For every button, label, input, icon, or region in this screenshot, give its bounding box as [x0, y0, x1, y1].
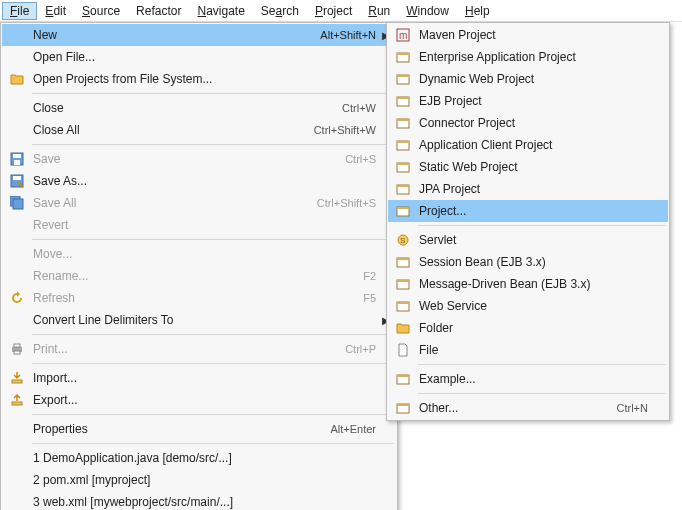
blank-icon	[8, 450, 26, 466]
menu-item-label: Enterprise Application Project	[412, 50, 652, 64]
mdb-icon	[394, 276, 412, 292]
menu-item-label: JPA Project	[412, 182, 652, 196]
new-submenu-item-servlet[interactable]: SServlet	[388, 229, 668, 251]
menubar: FileEditSourceRefactorNavigateSearchProj…	[0, 0, 682, 22]
new-submenu-item-ejb-project[interactable]: EJB Project	[388, 90, 668, 112]
file-menu-separator	[32, 239, 394, 240]
svg-rect-21	[397, 119, 409, 121]
new-submenu-item-web-service[interactable]: Web Service	[388, 295, 668, 317]
refresh-icon	[8, 290, 26, 306]
menu-item-accelerator: Ctrl+Shift+W	[314, 124, 380, 136]
file-menu-item-1-demoapplication-java-demo-src[interactable]: 1 DemoApplication.java [demo/src/...]	[2, 447, 396, 469]
file-menu-item-export[interactable]: Export...	[2, 389, 396, 411]
new-submenu-item-folder[interactable]: Folder	[388, 317, 668, 339]
menubar-help[interactable]: Help	[457, 2, 498, 20]
new-submenu-item-message-driven-bean-ejb-3-x[interactable]: Message-Driven Bean (EJB 3.x)	[388, 273, 668, 295]
file-menu-item-close[interactable]: CloseCtrl+W	[2, 97, 396, 119]
export-icon	[8, 392, 26, 408]
svg-rect-33	[397, 258, 409, 260]
save-icon	[8, 151, 26, 167]
menu-item-label: Move...	[26, 247, 380, 261]
project-icon	[394, 203, 412, 219]
file-menu-item-new[interactable]: NewAlt+Shift+N▶	[2, 24, 396, 46]
file-menu-item-properties[interactable]: PropertiesAlt+Enter	[2, 418, 396, 440]
new-submenu-item-static-web-project[interactable]: Static Web Project	[388, 156, 668, 178]
example-icon	[394, 371, 412, 387]
svg-rect-1	[13, 154, 21, 158]
new-submenu-item-enterprise-application-project[interactable]: Enterprise Application Project	[388, 46, 668, 68]
svg-rect-17	[397, 75, 409, 77]
ear-icon	[394, 49, 412, 65]
blank-icon	[8, 49, 26, 65]
file-menu-item-print: Print...Ctrl+P	[2, 338, 396, 360]
svg-rect-19	[397, 97, 409, 99]
svg-text:m: m	[399, 30, 407, 41]
blank-icon	[8, 27, 26, 43]
menubar-search[interactable]: Search	[253, 2, 307, 20]
menubar-source[interactable]: Source	[74, 2, 128, 20]
file-menu-item-close-all[interactable]: Close AllCtrl+Shift+W	[2, 119, 396, 141]
ejb-icon	[394, 93, 412, 109]
svg-rect-11	[12, 402, 22, 405]
menubar-window[interactable]: Window	[398, 2, 457, 20]
menu-item-label: Example...	[412, 372, 652, 386]
file-menu-item-revert: Revert	[2, 214, 396, 236]
new-submenu-item-file[interactable]: File	[388, 339, 668, 361]
file-menu-item-open-file[interactable]: Open File...	[2, 46, 396, 68]
new-submenu-item-maven-project[interactable]: mMaven Project	[388, 24, 668, 46]
jpa-icon	[394, 181, 412, 197]
menubar-edit[interactable]: Edit	[37, 2, 74, 20]
new-submenu-item-session-bean-ejb-3-x[interactable]: Session Bean (EJB 3.x)	[388, 251, 668, 273]
new-submenu-item-dynamic-web-project[interactable]: Dynamic Web Project	[388, 68, 668, 90]
new-submenu-dropdown: mMaven ProjectEnterprise Application Pro…	[386, 22, 670, 421]
new-submenu-item-example[interactable]: Example...	[388, 368, 668, 390]
file-menu-item-3-web-xml-mywebproject-src-main[interactable]: 3 web.xml [mywebproject/src/main/...]	[2, 491, 396, 510]
new-submenu-item-application-client-project[interactable]: Application Client Project	[388, 134, 668, 156]
menu-item-label: Close All	[26, 123, 314, 137]
file-menu-dropdown: NewAlt+Shift+N▶Open File...Open Projects…	[0, 22, 398, 510]
file-menu-item-2-pom-xml-myproject[interactable]: 2 pom.xml [myproject]	[2, 469, 396, 491]
file-menu-separator	[32, 144, 394, 145]
svg-rect-4	[13, 176, 21, 180]
servlet-icon: S	[394, 232, 412, 248]
svg-rect-9	[14, 351, 20, 354]
file-icon	[394, 342, 412, 358]
menubar-navigate[interactable]: Navigate	[189, 2, 252, 20]
blank-icon	[8, 494, 26, 510]
import-icon	[8, 370, 26, 386]
staticweb-icon	[394, 159, 412, 175]
menubar-run[interactable]: Run	[360, 2, 398, 20]
file-menu-item-convert-line-delimiters-to[interactable]: Convert Line Delimiters To▶	[2, 309, 396, 331]
blank-icon	[8, 268, 26, 284]
svg-rect-23	[397, 141, 409, 143]
new-submenu-separator	[418, 225, 666, 226]
menubar-file[interactable]: File	[2, 2, 37, 20]
menu-item-label: Properties	[26, 422, 330, 436]
menu-item-accelerator: Alt+Enter	[330, 423, 380, 435]
blank-icon	[8, 312, 26, 328]
file-menu-item-open-projects-from-file-system[interactable]: Open Projects from File System...	[2, 68, 396, 90]
menu-item-accelerator: F2	[363, 270, 380, 282]
menu-item-label: Folder	[412, 321, 652, 335]
new-submenu-separator	[418, 393, 666, 394]
file-menu-item-save-as[interactable]: Save As...	[2, 170, 396, 192]
file-menu-separator	[32, 334, 394, 335]
menu-item-label: 3 web.xml [mywebproject/src/main/...]	[26, 495, 380, 509]
menu-item-label: Convert Line Delimiters To	[26, 313, 380, 327]
svg-rect-10	[12, 380, 22, 383]
menubar-project[interactable]: Project	[307, 2, 360, 20]
svg-rect-37	[397, 302, 409, 304]
new-submenu-item-other[interactable]: Other...Ctrl+N	[388, 397, 668, 419]
new-submenu-item-connector-project[interactable]: Connector Project	[388, 112, 668, 134]
session-icon	[394, 254, 412, 270]
menubar-refactor[interactable]: Refactor	[128, 2, 189, 20]
new-submenu-item-project[interactable]: Project...	[388, 200, 668, 222]
menu-item-label: New	[26, 28, 320, 42]
file-menu-item-import[interactable]: Import...	[2, 367, 396, 389]
saveas-icon	[8, 173, 26, 189]
menu-item-accelerator: Ctrl+Shift+S	[317, 197, 380, 209]
svg-rect-25	[397, 163, 409, 165]
menu-item-label: Open Projects from File System...	[26, 72, 380, 86]
menu-item-label: Servlet	[412, 233, 652, 247]
new-submenu-item-jpa-project[interactable]: JPA Project	[388, 178, 668, 200]
